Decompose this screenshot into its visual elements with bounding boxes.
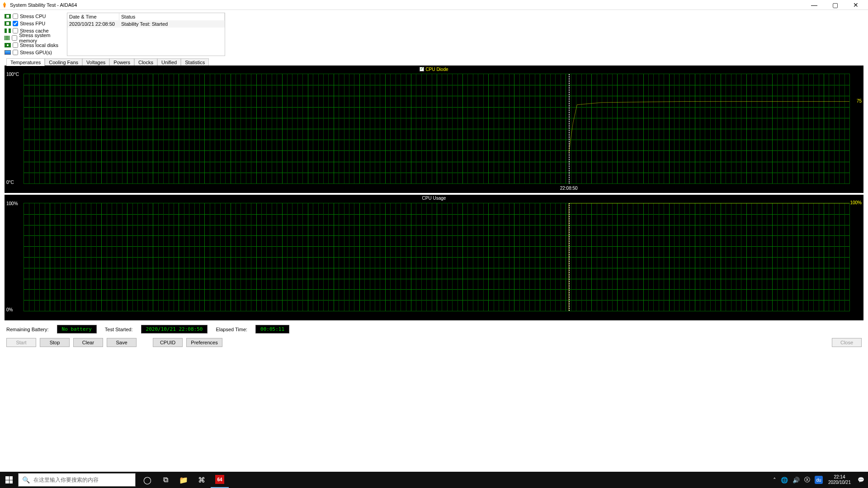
stress-label: Stress CPU	[20, 14, 46, 19]
event-marker-label: 22:08:50	[560, 186, 578, 191]
stress-label: Stress GPU(s)	[20, 50, 52, 55]
stress-checkbox[interactable]	[13, 42, 18, 48]
y-axis-max: 100%	[6, 201, 18, 206]
chart-series-checkbox[interactable]	[420, 67, 424, 71]
started-value: 2020/10/21 22:08:50	[141, 325, 208, 333]
y-axis-min: 0°C	[6, 180, 14, 185]
chart-title: CPU Usage	[5, 196, 863, 201]
stress-label: Stress local disks	[20, 42, 58, 48]
preferences-button[interactable]: Preferences	[186, 338, 222, 347]
device-icon	[5, 50, 11, 55]
save-button[interactable]: Save	[107, 338, 137, 347]
close-button[interactable]: Close	[832, 338, 862, 347]
elapsed-label: Elapsed Time:	[216, 327, 247, 332]
stress-option-0: Stress CPU	[5, 13, 63, 20]
tab-powers[interactable]: Powers	[109, 58, 134, 66]
top-panel: Stress CPU Stress FPU Stress cache Stres…	[0, 10, 868, 58]
tab-statistics[interactable]: Statistics	[181, 58, 209, 66]
chart-title-text: CPU Diode	[425, 67, 448, 72]
elapsed-value: 00:05:11	[255, 325, 289, 333]
minimize-button[interactable]: —	[804, 0, 825, 10]
battery-label: Remaining Battery:	[6, 327, 49, 332]
device-icon	[5, 14, 11, 19]
stop-button[interactable]: Stop	[40, 338, 70, 347]
charts-area: CPU Diode100°C0°C22:08:5075 CPU Usage100…	[5, 66, 863, 320]
y-axis-min: 0%	[6, 307, 13, 312]
stress-label: Stress FPU	[20, 21, 45, 26]
log-cell-datetime: 2020/10/21 22:08:50	[67, 20, 119, 28]
log-col-datetime[interactable]: Date & Time	[67, 13, 119, 20]
device-icon	[5, 28, 11, 33]
stress-option-4: Stress local disks	[5, 42, 63, 49]
tab-unified[interactable]: Unified	[157, 58, 181, 66]
button-row: Start Stop Clear Save CPUID Preferences …	[0, 336, 868, 350]
clear-button[interactable]: Clear	[73, 338, 103, 347]
y-axis-max: 100°C	[6, 72, 19, 77]
stress-option-1: Stress FPU	[5, 20, 63, 27]
titlebar: System Stability Test - AIDA64 — ▢ ✕	[0, 0, 868, 10]
current-value-label: 75	[857, 99, 862, 103]
device-icon	[5, 36, 10, 40]
tab-cooling-fans[interactable]: Cooling Fans	[45, 58, 82, 66]
chart-temperature: CPU Diode100°C0°C22:08:5075	[5, 66, 863, 193]
chart-title: CPU Diode	[5, 66, 863, 72]
stress-checkbox[interactable]	[13, 50, 18, 55]
log-table: Date & Time Status 2020/10/21 22:08:50 S…	[67, 13, 225, 56]
stress-label: Stress system memory	[19, 33, 63, 43]
app-icon	[2, 2, 7, 8]
stress-option-3: Stress system memory	[5, 34, 63, 42]
log-col-status[interactable]: Status	[119, 13, 225, 20]
maximize-button[interactable]: ▢	[825, 0, 845, 10]
chart-cpu-usage: CPU Usage100%0%100%	[5, 195, 863, 320]
device-icon	[5, 43, 11, 47]
close-window-button[interactable]: ✕	[845, 0, 866, 10]
stress-checkbox[interactable]	[13, 21, 18, 26]
cpuid-button[interactable]: CPUID	[153, 338, 183, 347]
started-label: Test Started:	[105, 327, 133, 332]
window-title: System Stability Test - AIDA64	[10, 2, 77, 8]
stress-option-5: Stress GPU(s)	[5, 49, 63, 56]
tab-temperatures[interactable]: Temperatures	[6, 58, 45, 66]
log-cell-status: Stability Test: Started	[119, 20, 225, 28]
tab-voltages[interactable]: Voltages	[82, 58, 109, 66]
chart-title-text: CPU Usage	[422, 196, 446, 201]
chart-tabs: TemperaturesCooling FansVoltagesPowersCl…	[6, 58, 862, 66]
tab-clocks[interactable]: Clocks	[134, 58, 157, 66]
stress-checkbox[interactable]	[13, 14, 18, 19]
device-icon	[5, 21, 11, 26]
start-button[interactable]: Start	[6, 338, 36, 347]
status-row: Remaining Battery: No battery Test Start…	[0, 322, 868, 336]
stress-checkbox[interactable]	[12, 35, 17, 41]
battery-value: No battery	[57, 325, 97, 333]
current-value-label: 100%	[850, 200, 862, 205]
log-row[interactable]: 2020/10/21 22:08:50 Stability Test: Star…	[67, 20, 225, 28]
stress-checkbox[interactable]	[13, 28, 18, 33]
plot-area: 22:08:50	[24, 74, 850, 184]
stress-options: Stress CPU Stress FPU Stress cache Stres…	[5, 13, 63, 56]
plot-area	[24, 203, 850, 311]
